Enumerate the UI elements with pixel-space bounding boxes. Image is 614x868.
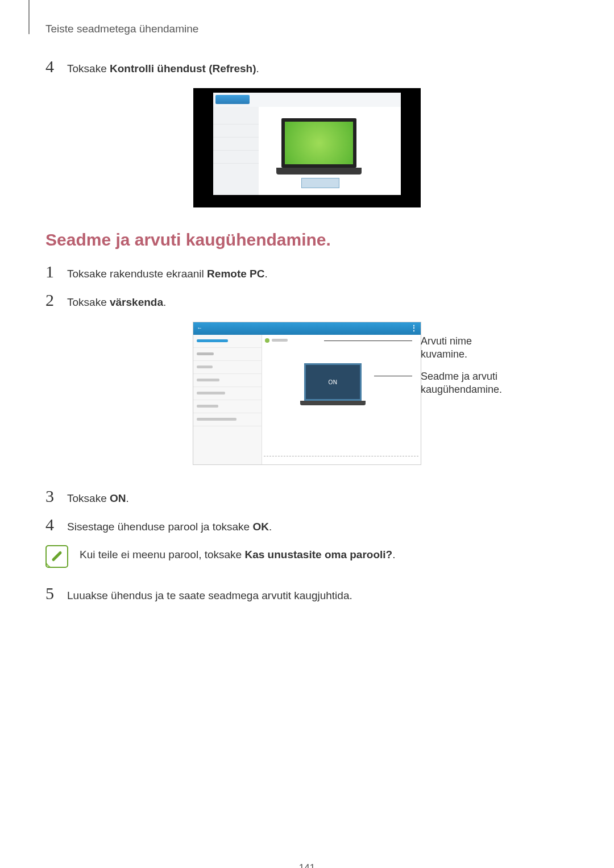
page-side-rule — [28, 0, 30, 34]
step-text-post: . — [163, 296, 166, 308]
step-row: 3 Toksake ON. — [45, 488, 569, 506]
step-text-bold: ON — [110, 492, 126, 504]
step-text: Luuakse ühendus ja te saate seadmega arv… — [67, 585, 352, 604]
step-text-bold: Remote PC — [207, 268, 264, 280]
step-text-bold: värskenda — [110, 296, 163, 308]
step-number: 4 — [45, 58, 63, 75]
note-bold: Kas unustasite oma parooli? — [244, 549, 392, 560]
step-row: 1 Toksake rakenduste ekraanil Remote PC. — [45, 263, 569, 282]
note-text: Kui teile ei meenu parool, toksake Kas u… — [80, 545, 395, 561]
step-text-pre: Sisestage ühenduse parool ja toksake — [67, 521, 252, 533]
figure-2-container: ← ⋮ ON — [45, 322, 569, 465]
step-text: Toksake Kontrolli ühendust (Refresh). — [67, 58, 259, 77]
callout-text: Seadme ja arvuti kaugühendamine. — [421, 371, 502, 395]
callout-top: Arvuti nime kuvamine. — [421, 335, 512, 362]
status-dot-icon — [265, 338, 269, 343]
section-title: Seadme ja arvuti kaugühendamine. — [45, 230, 569, 250]
callout-line — [324, 340, 412, 341]
page-header: Teiste seadmetega ühendamine — [45, 23, 569, 35]
step-text-post: . — [126, 492, 128, 504]
on-label: ON — [329, 379, 338, 385]
step-text-pre: Toksake — [67, 63, 110, 74]
step-row: 2 Toksake värskenda. — [45, 292, 569, 310]
step-number: 1 — [45, 263, 63, 280]
step-text-bold: Kontrolli ühendust (Refresh) — [110, 63, 256, 74]
more-icon: ⋮ — [410, 324, 417, 332]
step-text-pre: Toksake rakenduste ekraanil — [67, 268, 207, 280]
step-text: Toksake rakenduste ekraanil Remote PC. — [67, 263, 268, 282]
callout-text: Arvuti nime kuvamine. — [421, 335, 472, 360]
note-pre: Kui teile ei meenu parool, toksake — [80, 549, 244, 560]
step-text: Toksake ON. — [67, 488, 129, 506]
step-number: 4 — [45, 516, 63, 533]
step-number: 5 — [45, 585, 63, 602]
step-row: 4 Sisestage ühenduse parool ja toksake O… — [45, 516, 569, 535]
step-number: 2 — [45, 292, 63, 309]
note-icon — [45, 545, 68, 568]
page-number: 141 — [299, 862, 315, 868]
step-text: Sisestage ühenduse parool ja toksake OK. — [67, 516, 272, 535]
figure-2: ← ⋮ ON — [193, 322, 421, 465]
step-text-post: . — [269, 521, 272, 533]
step-text-pre: Toksake — [67, 296, 110, 308]
note-row: Kui teile ei meenu parool, toksake Kas u… — [45, 545, 569, 568]
step-text-bold: OK — [252, 521, 269, 533]
callout-line — [374, 376, 412, 376]
callout-mid: Seadme ja arvuti kaugühendamine. — [421, 370, 523, 397]
step-text: Toksake värskenda. — [67, 292, 166, 310]
note-post: . — [392, 549, 395, 560]
step-text-post: . — [256, 63, 259, 74]
step-text-post: . — [264, 268, 267, 280]
step-text-pre: Toksake — [67, 492, 110, 504]
back-icon: ← — [197, 325, 202, 331]
step-row: 4 Toksake Kontrolli ühendust (Refresh). — [45, 58, 569, 77]
step-row: 5 Luuakse ühendus ja te saate seadmega a… — [45, 585, 569, 604]
figure-1 — [45, 88, 569, 207]
step-number: 3 — [45, 488, 63, 505]
